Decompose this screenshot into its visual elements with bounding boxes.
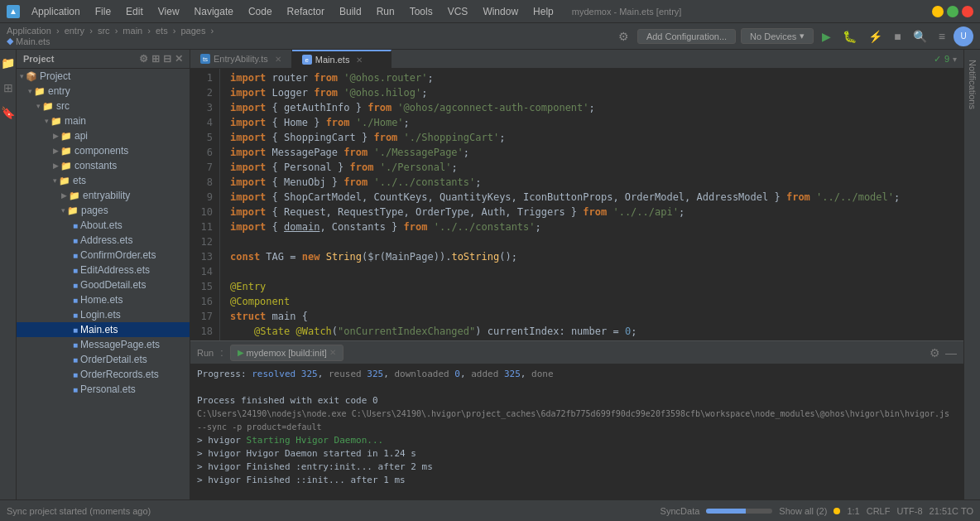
- run-label: Run: [197, 348, 214, 358]
- code-content[interactable]: import router from '@ohos.router'; impor…: [220, 69, 963, 340]
- ets-file-icon: ■: [73, 370, 78, 379]
- tree-components[interactable]: ▶ 📁 components: [17, 143, 190, 158]
- status-indicator: [833, 508, 840, 514]
- folder-icon: 📁: [60, 131, 72, 142]
- tree-login[interactable]: ■ Login.ets: [17, 307, 190, 322]
- attach-button[interactable]: ⚡: [865, 28, 886, 45]
- tree-root[interactable]: ▾ 📦 Project: [17, 69, 190, 84]
- tree-entry[interactable]: ▾ 📁 entry: [17, 84, 190, 99]
- tree-root-label: Project: [40, 70, 70, 82]
- tree-about[interactable]: ■ About.ets: [17, 218, 190, 233]
- tree-ets[interactable]: ▾ 📁 ets: [17, 173, 190, 188]
- folder-icon: 📁: [42, 101, 54, 112]
- tab-close-entryability[interactable]: ✕: [275, 55, 281, 64]
- code-line: import { MenuObj } from '../../constants…: [230, 175, 963, 190]
- tab-close-main[interactable]: ✕: [356, 55, 363, 65]
- debug-button[interactable]: 🐛: [839, 28, 860, 45]
- menu-application[interactable]: Application: [25, 4, 87, 19]
- tree-main[interactable]: ▾ 📁 main: [17, 113, 190, 128]
- avatar[interactable]: U: [954, 27, 973, 46]
- tree-settings-icon[interactable]: ⚙: [139, 53, 148, 65]
- tree-orderrecords[interactable]: ■ OrderRecords.ets: [17, 367, 190, 382]
- status-message: Sync project started (moments ago): [7, 506, 151, 516]
- sync-progress-bar: [706, 509, 772, 514]
- code-line: import MessagePage from './MessagePage';: [230, 145, 963, 160]
- menu-edit[interactable]: Edit: [119, 4, 150, 19]
- add-configuration-button[interactable]: Add Configuration...: [637, 29, 736, 44]
- close-button[interactable]: [962, 6, 973, 17]
- window-title: mydemox - Main.ets [entry]: [572, 7, 682, 17]
- tab-main-ets[interactable]: e Main.ets ✕: [292, 50, 392, 68]
- output-line: > hvigor Finished ::init... after 1 ms: [197, 474, 957, 487]
- bookmarks-icon[interactable]: 🔖: [0, 103, 17, 123]
- maximize-button[interactable]: [947, 6, 958, 17]
- minimize-button[interactable]: [932, 6, 944, 17]
- tree-pages[interactable]: ▾ 📁 pages: [17, 203, 190, 218]
- menu-window[interactable]: Window: [476, 4, 525, 19]
- code-editor[interactable]: 12345 678910 1112131415 161718 import ro…: [190, 69, 963, 340]
- editor-area: ts EntryAbility.ts ✕ e Main.ets ✕ ✓ 9 ▾: [190, 50, 963, 340]
- menu-vcs[interactable]: VCS: [441, 4, 475, 19]
- sync-progress-fill: [706, 509, 746, 514]
- ts-file-icon: ts: [200, 54, 210, 64]
- file-tree-panel: Project ⚙ ⊞ ⊟ ✕ ▾ 📦 Project ▾ 📁 entry: [17, 50, 190, 499]
- project-label: Project: [23, 54, 54, 64]
- menu-code[interactable]: Code: [242, 4, 279, 19]
- tree-api[interactable]: ▶ 📁 api: [17, 128, 190, 143]
- stop-button[interactable]: ■: [891, 28, 904, 45]
- menu-build[interactable]: Build: [333, 4, 368, 19]
- code-line: import { Request, RequestType, OrderType…: [230, 205, 963, 219]
- bottom-minimize-button[interactable]: —: [945, 346, 957, 359]
- tree-messagepage[interactable]: ■ MessagePage.ets: [17, 337, 190, 352]
- menu-tools[interactable]: Tools: [403, 4, 440, 19]
- ets-file-icon: ■: [73, 311, 78, 320]
- run-button[interactable]: ▶: [819, 28, 834, 45]
- tree-orderdetail[interactable]: ■ OrderDetail.ets: [17, 352, 190, 367]
- menu-run[interactable]: Run: [370, 4, 401, 19]
- show-all-label[interactable]: Show all (2): [779, 506, 827, 516]
- run-play-icon: ▶: [238, 348, 244, 357]
- menu-refactor[interactable]: Refactor: [281, 4, 331, 19]
- run-tab-mydemox[interactable]: ▶ mydemox [build:init] ✕: [230, 345, 343, 361]
- tree-main-ets[interactable]: ■ Main.ets: [17, 322, 190, 337]
- tree-address[interactable]: ■ Address.ets: [17, 233, 190, 248]
- ets-file-icon: ■: [73, 221, 78, 230]
- tree-entryability[interactable]: ▶ 📁 entryability: [17, 188, 190, 203]
- ets-file-icon: ■: [73, 296, 78, 305]
- output-line: Progress: resolved 325, reused 325, down…: [197, 368, 957, 381]
- run-tab-close-icon[interactable]: ✕: [329, 348, 336, 357]
- code-line: import { Personal } from './Personal';: [230, 160, 963, 175]
- bottom-panel: Run : ▶ mydemox [build:init] ✕ ⚙ — Progr…: [190, 340, 963, 499]
- more-button[interactable]: ≡: [935, 28, 949, 45]
- search-button[interactable]: 🔍: [910, 28, 930, 45]
- no-devices-button[interactable]: No Devices ▾: [741, 28, 814, 44]
- tree-collapse-icon[interactable]: ⊟: [163, 53, 171, 65]
- code-line: import { ShoppingCart } from './Shopping…: [230, 130, 963, 145]
- tree-editaddress[interactable]: ■ EditAddress.ets: [17, 263, 190, 277]
- toolbar-right: ⚙ Add Configuration... No Devices ▾ ▶ 🐛 …: [615, 27, 973, 46]
- project-icon[interactable]: 📁: [0, 53, 17, 73]
- folder-icon: 📁: [69, 191, 80, 201]
- project-folder-icon: 📦: [26, 71, 37, 82]
- menu-help[interactable]: Help: [526, 4, 560, 19]
- run-output: Progress: resolved 325, reused 325, down…: [190, 364, 963, 499]
- tree-home[interactable]: ■ Home.ets: [17, 292, 190, 307]
- menu-navigate[interactable]: Navigate: [188, 4, 240, 19]
- tree-confirmorder[interactable]: ■ ConfirmOrder.ets: [17, 248, 190, 263]
- structure-icon[interactable]: ⊞: [2, 78, 15, 98]
- tree-constants[interactable]: ▶ 📁 constants: [17, 158, 190, 173]
- tree-src[interactable]: ▾ 📁 src: [17, 99, 190, 113]
- notifications-label[interactable]: Notifications: [966, 53, 979, 116]
- tree-personal[interactable]: ■ Personal.ets: [17, 382, 190, 397]
- tree-close-icon[interactable]: ✕: [175, 53, 183, 65]
- settings-button[interactable]: ⚙: [615, 28, 632, 45]
- tree-gooddetail[interactable]: ■ GoodDetail.ets: [17, 277, 190, 292]
- menu-file[interactable]: File: [89, 4, 118, 19]
- bottom-settings-button[interactable]: ⚙: [930, 346, 940, 359]
- checkmark-icon: ✓: [934, 54, 941, 65]
- chevron-down-icon: ▾: [800, 31, 805, 41]
- tree-expand-icon[interactable]: ⊞: [151, 53, 160, 65]
- tab-entryability[interactable]: ts EntryAbility.ts ✕: [190, 50, 292, 68]
- right-sidebar: Notifications: [963, 50, 980, 499]
- menu-view[interactable]: View: [151, 4, 186, 19]
